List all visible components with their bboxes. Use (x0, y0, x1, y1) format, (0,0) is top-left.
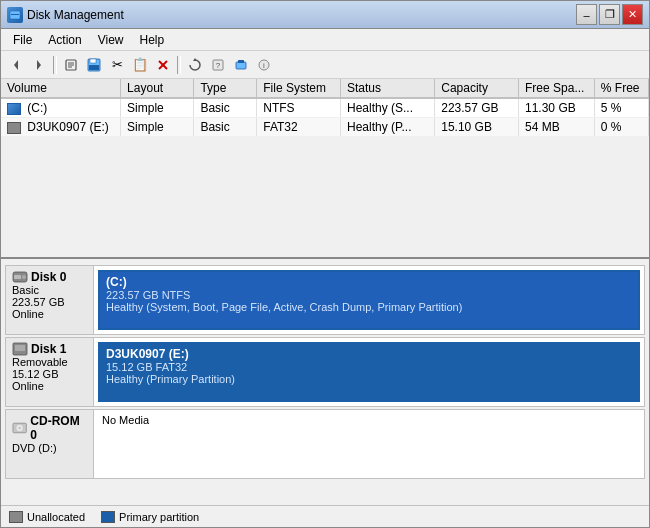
app-icon (7, 7, 23, 23)
table-row[interactable]: (C:) Simple Basic NTFS Healthy (S... 223… (1, 98, 649, 118)
cdrom-content: No Media (94, 410, 644, 478)
toolbar-sep-2 (177, 56, 181, 74)
svg-text:?: ? (216, 61, 221, 70)
partition-c[interactable]: (C:) 223.57 GB NTFS Healthy (System, Boo… (98, 270, 640, 330)
partition-c-name: (C:) (106, 275, 632, 289)
cdrom-name: CD-ROM 0 (30, 414, 87, 442)
toolbar-back[interactable] (5, 54, 27, 76)
disk-0-type: Basic (12, 284, 87, 296)
cell-fs: NTFS (257, 98, 341, 118)
svg-rect-9 (90, 59, 96, 63)
disk-1-size: 15.12 GB (12, 368, 87, 380)
toolbar-properties[interactable] (60, 54, 82, 76)
cell-status: Healthy (S... (341, 98, 435, 118)
disk-management-window: Disk Management – ❐ ✕ File Action View H… (0, 0, 650, 528)
menu-help[interactable]: Help (132, 31, 173, 49)
cell-freespace: 11.30 GB (519, 98, 595, 118)
svg-rect-16 (236, 62, 246, 69)
title-bar-left: Disk Management (7, 7, 124, 23)
toolbar-sep-1 (53, 56, 57, 74)
cdrom-type: DVD (D:) (12, 442, 87, 454)
disk-1-name: Disk 1 (31, 342, 66, 356)
partition-c-status: Healthy (System, Boot, Page File, Active… (106, 301, 632, 313)
unallocated-swatch (9, 511, 23, 523)
svg-rect-10 (89, 65, 99, 70)
svg-marker-3 (37, 60, 41, 70)
cdrom-icon (12, 421, 27, 435)
legend-primary-label: Primary partition (119, 511, 199, 523)
main-content: Volume Layout Type File System Status Ca… (1, 79, 649, 527)
toolbar-paste[interactable]: 📋 (129, 54, 151, 76)
legend-primary: Primary partition (101, 511, 199, 523)
legend-unallocated: Unallocated (9, 511, 85, 523)
partition-e-name: D3UK0907 (E:) (106, 347, 632, 361)
toolbar-delete[interactable] (152, 54, 174, 76)
col-header-filesystem[interactable]: File System (257, 79, 341, 98)
disk-1-partitions: D3UK0907 (E:) 15.12 GB FAT32 Healthy (Pr… (94, 338, 644, 406)
col-header-capacity[interactable]: Capacity (435, 79, 519, 98)
legend-unallocated-label: Unallocated (27, 511, 85, 523)
hdd-icon (12, 270, 28, 284)
toolbar-help[interactable]: ? (207, 54, 229, 76)
disk-map-area[interactable]: Disk 0 Basic 223.57 GB Online (C:) 223.5… (1, 259, 649, 505)
removable-hdd-icon (12, 342, 28, 356)
cell-capacity: 15.10 GB (435, 118, 519, 137)
minimize-button[interactable]: – (576, 4, 597, 25)
partition-bar-0: (C:) 223.57 GB NTFS Healthy (System, Boo… (96, 268, 642, 332)
disk-1-status: Online (12, 380, 87, 392)
svg-point-21 (22, 275, 26, 279)
svg-text:i: i (263, 61, 265, 70)
col-header-type[interactable]: Type (194, 79, 257, 98)
partition-e-status: Healthy (Primary Partition) (106, 373, 632, 385)
removable-icon (7, 122, 21, 134)
window-title: Disk Management (27, 8, 124, 22)
cell-type: Basic (194, 98, 257, 118)
restore-button[interactable]: ❐ (599, 4, 620, 25)
svg-rect-24 (15, 345, 25, 351)
cell-type: Basic (194, 118, 257, 137)
cell-capacity: 223.57 GB (435, 98, 519, 118)
toolbar-save[interactable] (83, 54, 105, 76)
menu-file[interactable]: File (5, 31, 40, 49)
col-header-volume[interactable]: Volume (1, 79, 121, 98)
cdrom-row: CD-ROM 0 DVD (D:) No Media (5, 409, 645, 479)
disk-1-type: Removable (12, 356, 87, 368)
cell-pcfree: 5 % (594, 98, 648, 118)
volume-table: Volume Layout Type File System Status Ca… (1, 79, 649, 137)
cell-freespace: 54 MB (519, 118, 595, 137)
col-header-freespace[interactable]: Free Spa... (519, 79, 595, 98)
toolbar-extra2[interactable]: i (253, 54, 275, 76)
table-row[interactable]: D3UK0907 (E:) Simple Basic FAT32 Healthy… (1, 118, 649, 137)
partition-e-size: 15.12 GB FAT32 (106, 361, 632, 373)
disk-label-0: Disk 0 Basic 223.57 GB Online (6, 266, 94, 334)
partition-bar-1: D3UK0907 (E:) 15.12 GB FAT32 Healthy (Pr… (96, 340, 642, 404)
disk-row-0: Disk 0 Basic 223.57 GB Online (C:) 223.5… (5, 265, 645, 335)
volume-table-area: Volume Layout Type File System Status Ca… (1, 79, 649, 259)
menu-bar: File Action View Help (1, 29, 649, 51)
svg-rect-17 (238, 60, 244, 63)
disk-label-1: Disk 1 Removable 15.12 GB Online (6, 338, 94, 406)
cell-layout: Simple (121, 118, 194, 137)
disk-0-name: Disk 0 (31, 270, 66, 284)
cell-volume: (C:) (1, 98, 121, 118)
toolbar-cut[interactable]: ✂ (106, 54, 128, 76)
svg-marker-2 (14, 60, 18, 70)
toolbar-forward[interactable] (28, 54, 50, 76)
menu-action[interactable]: Action (40, 31, 89, 49)
disk-0-partitions: (C:) 223.57 GB NTFS Healthy (System, Boo… (94, 266, 644, 334)
col-header-pcfree[interactable]: % Free (594, 79, 648, 98)
close-button[interactable]: ✕ (622, 4, 643, 25)
menu-view[interactable]: View (90, 31, 132, 49)
primary-swatch (101, 511, 115, 523)
toolbar-extra1[interactable] (230, 54, 252, 76)
cdrom-label: CD-ROM 0 DVD (D:) (6, 410, 94, 478)
col-header-layout[interactable]: Layout (121, 79, 194, 98)
cell-layout: Simple (121, 98, 194, 118)
partition-e[interactable]: D3UK0907 (E:) 15.12 GB FAT32 Healthy (Pr… (98, 342, 640, 402)
col-header-status[interactable]: Status (341, 79, 435, 98)
cell-pcfree: 0 % (594, 118, 648, 137)
disk-0-size: 223.57 GB (12, 296, 87, 308)
svg-rect-1 (11, 14, 19, 15)
cell-fs: FAT32 (257, 118, 341, 137)
toolbar-refresh[interactable] (184, 54, 206, 76)
